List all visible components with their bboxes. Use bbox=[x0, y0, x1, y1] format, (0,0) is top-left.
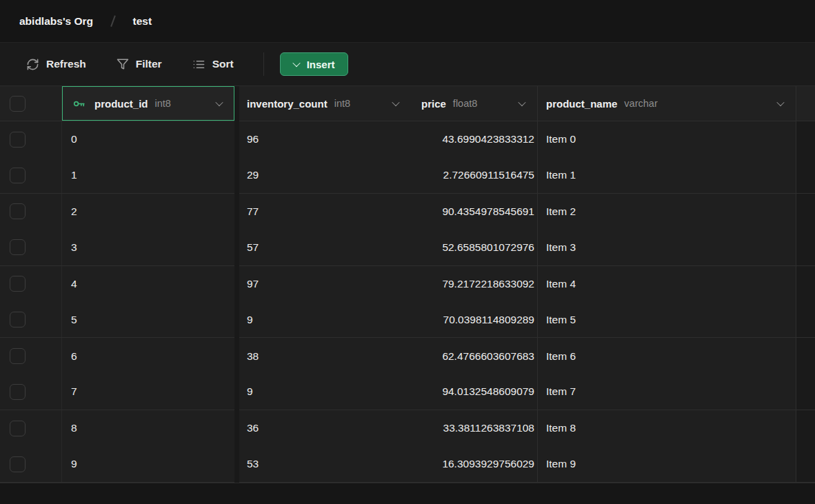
chevron-down-icon[interactable] bbox=[776, 99, 784, 106]
sort-label: Sort bbox=[212, 58, 234, 70]
insert-button[interactable]: Insert bbox=[280, 52, 349, 76]
row-select-cell bbox=[0, 374, 62, 410]
cell-product-id[interactable]: 9 bbox=[62, 447, 234, 482]
chevron-down-icon[interactable] bbox=[392, 99, 399, 106]
column-type: float8 bbox=[453, 98, 477, 109]
cell-product-id[interactable]: 2 bbox=[62, 194, 234, 230]
cell-inventory-count[interactable]: 38 bbox=[234, 338, 411, 374]
cell-price[interactable]: 62.4766603607683 bbox=[411, 338, 538, 374]
cell-product-id[interactable]: 0 bbox=[62, 121, 234, 157]
table-row: 7 9 94.0132548609079 Item 7 bbox=[0, 374, 815, 410]
chevron-down-icon[interactable] bbox=[518, 99, 525, 106]
row-checkbox[interactable] bbox=[10, 421, 26, 436]
row-checkbox[interactable] bbox=[10, 239, 26, 255]
cell-product-name[interactable]: Item 0 bbox=[538, 121, 796, 157]
chevron-down-icon bbox=[292, 59, 300, 67]
row-select-cell bbox=[0, 194, 62, 230]
refresh-button[interactable]: Refresh bbox=[26, 58, 86, 71]
cell-price[interactable]: 70.0398114809289 bbox=[411, 302, 538, 337]
row-checkbox[interactable] bbox=[10, 456, 26, 472]
table-row: 8 36 33.3811263837108 Item 8 bbox=[0, 410, 815, 446]
cell-product-name[interactable]: Item 9 bbox=[538, 447, 796, 482]
cell-product-id[interactable]: 8 bbox=[62, 410, 234, 446]
row-checkbox[interactable] bbox=[10, 312, 26, 327]
data-grid: product_id int8 inventory_count int8 pri… bbox=[0, 86, 815, 483]
row-filler bbox=[796, 266, 815, 302]
row-checkbox[interactable] bbox=[10, 203, 26, 219]
row-select-cell bbox=[0, 302, 62, 337]
row-select-cell bbox=[0, 410, 62, 446]
filter-button[interactable]: Filter bbox=[117, 58, 162, 70]
cell-product-id[interactable]: 6 bbox=[62, 338, 234, 374]
row-filler bbox=[796, 302, 815, 337]
column-header-inventory-count[interactable]: inventory_count int8 bbox=[234, 86, 411, 121]
column-name: inventory_count bbox=[247, 98, 328, 110]
refresh-icon bbox=[26, 58, 39, 71]
header-filler bbox=[796, 86, 815, 121]
cell-inventory-count[interactable]: 53 bbox=[234, 447, 411, 482]
cell-price[interactable]: 52.6585801072976 bbox=[411, 230, 538, 265]
cell-product-name[interactable]: Item 1 bbox=[538, 157, 796, 192]
cell-inventory-count[interactable]: 29 bbox=[234, 157, 411, 192]
column-header-product-name[interactable]: product_name varchar bbox=[538, 86, 796, 121]
row-checkbox[interactable] bbox=[10, 276, 26, 292]
cell-price[interactable]: 94.0132548609079 bbox=[411, 374, 538, 410]
cell-inventory-count[interactable]: 77 bbox=[234, 194, 411, 230]
breadcrumb-separator-icon bbox=[110, 15, 115, 26]
filter-label: Filter bbox=[136, 58, 162, 70]
cell-inventory-count[interactable]: 36 bbox=[234, 410, 411, 446]
breadcrumb-org[interactable]: abidlabs's Org bbox=[19, 15, 93, 28]
cell-inventory-count[interactable]: 9 bbox=[234, 302, 411, 337]
row-checkbox[interactable] bbox=[10, 384, 26, 400]
cell-product-name[interactable]: Item 4 bbox=[538, 266, 796, 302]
cell-product-name[interactable]: Item 3 bbox=[538, 230, 796, 265]
cell-product-id[interactable]: 4 bbox=[62, 266, 234, 302]
select-all-checkbox[interactable] bbox=[10, 96, 26, 112]
table-row: 9 53 16.3093929756029 Item 9 bbox=[0, 447, 815, 483]
cell-product-name[interactable]: Item 8 bbox=[538, 410, 796, 446]
column-gap bbox=[234, 86, 239, 483]
select-all-cell bbox=[0, 86, 62, 121]
row-filler bbox=[796, 447, 815, 482]
column-header-price[interactable]: price float8 bbox=[411, 86, 538, 121]
cell-inventory-count[interactable]: 9 bbox=[234, 374, 411, 410]
cell-product-id[interactable]: 5 bbox=[62, 302, 234, 337]
cell-inventory-count[interactable]: 96 bbox=[234, 121, 411, 157]
chevron-down-icon[interactable] bbox=[215, 99, 223, 106]
cell-inventory-count[interactable]: 57 bbox=[234, 230, 411, 265]
toolbar-divider bbox=[263, 52, 264, 76]
grid-body: 0 96 43.6990423833312 Item 0 1 29 2.7266… bbox=[0, 121, 815, 483]
key-icon bbox=[73, 97, 86, 110]
row-filler bbox=[796, 157, 815, 192]
table-editor-app: abidlabs's Org test Refresh Filter bbox=[0, 0, 815, 504]
column-header-product-id[interactable]: product_id int8 bbox=[62, 86, 234, 121]
cell-product-id[interactable]: 1 bbox=[62, 157, 234, 192]
cell-product-name[interactable]: Item 7 bbox=[538, 374, 796, 410]
cell-inventory-count[interactable]: 97 bbox=[234, 266, 411, 302]
column-type: varchar bbox=[624, 98, 657, 109]
column-name: price bbox=[421, 98, 446, 110]
row-checkbox[interactable] bbox=[10, 168, 26, 183]
sort-button[interactable]: Sort bbox=[192, 58, 234, 71]
row-checkbox[interactable] bbox=[10, 132, 26, 148]
breadcrumb-table[interactable]: test bbox=[133, 15, 152, 28]
cell-price[interactable]: 16.3093929756029 bbox=[411, 447, 538, 482]
funnel-icon bbox=[117, 58, 129, 70]
cell-price[interactable]: 43.6990423833312 bbox=[411, 121, 538, 157]
cell-price[interactable]: 33.3811263837108 bbox=[411, 410, 538, 446]
cell-price[interactable]: 79.2172218633092 bbox=[411, 266, 538, 302]
column-type: int8 bbox=[155, 98, 171, 109]
cell-product-id[interactable]: 7 bbox=[62, 374, 234, 410]
cell-product-name[interactable]: Item 5 bbox=[538, 302, 796, 337]
column-name: product_name bbox=[546, 98, 617, 110]
toolbar: Refresh Filter Sort Insert bbox=[0, 43, 815, 86]
row-checkbox[interactable] bbox=[10, 348, 26, 364]
cell-product-name[interactable]: Item 6 bbox=[538, 338, 796, 374]
cell-product-name[interactable]: Item 2 bbox=[538, 194, 796, 230]
table-row: 2 77 90.4354978545691 Item 2 bbox=[0, 194, 815, 230]
cell-price[interactable]: 90.4354978545691 bbox=[411, 194, 538, 230]
cell-product-id[interactable]: 3 bbox=[62, 230, 234, 265]
cell-price[interactable]: 2.72660911516475 bbox=[411, 157, 538, 192]
row-select-cell bbox=[0, 157, 62, 192]
table-row: 6 38 62.4766603607683 Item 6 bbox=[0, 338, 815, 374]
